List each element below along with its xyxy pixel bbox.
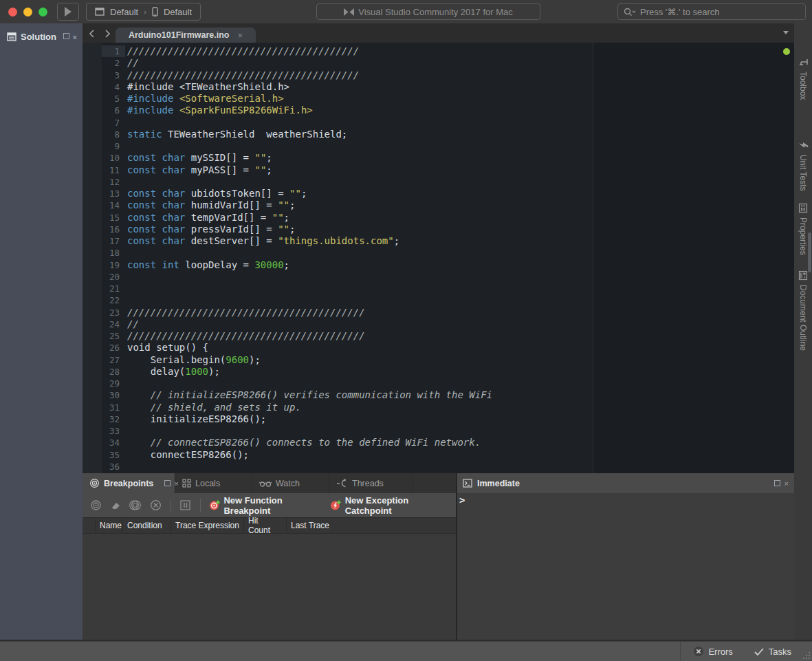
dock-icon[interactable]	[774, 480, 780, 486]
right-tab-toolbox[interactable]: Toolbox	[794, 58, 812, 100]
code-line[interactable]: 29	[83, 378, 784, 389]
code-line[interactable]: 26void setup() {	[83, 342, 784, 354]
dock-icon[interactable]	[63, 33, 69, 39]
code-line[interactable]: 20	[83, 271, 784, 283]
line-number: 31	[83, 402, 125, 413]
code-line[interactable]: 25//////////////////////////////////////…	[83, 330, 784, 342]
code-line[interactable]: 23//////////////////////////////////////…	[83, 307, 784, 318]
immediate-console[interactable]: >	[457, 493, 794, 640]
tab-list-dropdown-icon[interactable]	[783, 31, 789, 34]
code-line[interactable]: 36	[83, 461, 784, 473]
column-header-last-trace[interactable]: Last Trace	[286, 518, 340, 533]
code-line[interactable]: 34 // connectESP8266() connects to the d…	[83, 437, 784, 448]
line-number: 12	[83, 176, 125, 188]
code-line[interactable]: 24//	[83, 318, 784, 330]
code-line[interactable]: 15const char tempVarId[] = "";	[83, 212, 784, 224]
tasks-button[interactable]: Tasks	[754, 647, 791, 657]
new-exception-catchpoint-label: New Exception Catchpoint	[345, 495, 449, 516]
resize-grip[interactable]	[802, 651, 811, 660]
code-line[interactable]: 27 Serial.begin(9600);	[83, 354, 784, 366]
code-line[interactable]: 21	[83, 283, 784, 294]
disable-all-breakpoints-button[interactable]	[129, 499, 142, 511]
code-line[interactable]: 4#include <TEWeatherShield.h>	[83, 81, 784, 93]
code-line[interactable]: 14const char humidVarId[] = "";	[83, 199, 784, 211]
column-header-name[interactable]: Name	[95, 518, 122, 533]
code-line[interactable]: 35 connectESP8266();	[83, 449, 784, 461]
code-line[interactable]: 9	[83, 140, 784, 152]
code-text	[125, 283, 127, 294]
minimize-window-button[interactable]	[23, 8, 32, 17]
debug-pads-tabstrip: Breakpoints×LocalsWatchThreads	[83, 473, 456, 493]
column-header-trace-expression[interactable]: Trace Expression	[171, 518, 243, 533]
new-exception-catchpoint-button[interactable]: New Exception Catchpoint	[330, 495, 449, 516]
line-number: 18	[83, 247, 125, 259]
code-editor[interactable]: 1///////////////////////////////////////…	[83, 43, 794, 473]
code-line[interactable]: 33	[83, 425, 784, 437]
chevron-left-icon	[89, 30, 94, 38]
toolbox-icon	[799, 58, 808, 67]
code-line[interactable]: 11const char myPASS[] = "";	[83, 164, 784, 176]
code-text: Serial.begin(9600);	[125, 354, 261, 366]
code-line[interactable]: 3///////////////////////////////////////…	[83, 69, 784, 81]
close-tab-icon[interactable]: ×	[237, 30, 243, 41]
debug-tab-breakpoints[interactable]: Breakpoints×	[83, 473, 175, 493]
window-scrollbar-thumb[interactable]	[808, 232, 811, 272]
run-configuration-selector[interactable]: Default › Default	[86, 3, 201, 21]
code-line[interactable]: 1///////////////////////////////////////…	[83, 45, 784, 57]
line-number: 20	[83, 271, 125, 283]
debug-tab-locals[interactable]: Locals	[175, 473, 252, 493]
code-line[interactable]: 22	[83, 294, 784, 306]
immediate-prompt: >	[457, 493, 794, 506]
run-button[interactable]	[57, 3, 79, 21]
code-line[interactable]: 30 // initializeESP8266() verifies commu…	[83, 389, 784, 401]
code-line[interactable]: 32 initializeESP8266();	[83, 413, 784, 425]
right-tab-unit-tests[interactable]: Unit Tests	[794, 140, 812, 191]
debug-tab-label: Threads	[352, 479, 384, 488]
new-function-breakpoint-button[interactable]: New Function Breakpoint	[209, 495, 323, 516]
remove-all-breakpoints-button[interactable]	[149, 499, 162, 511]
close-pad-icon[interactable]: ×	[73, 33, 77, 41]
code-line[interactable]: 18	[83, 247, 784, 259]
code-line[interactable]: 17const char destServer[] = "things.ubid…	[83, 235, 784, 247]
code-line[interactable]: 2//	[83, 57, 784, 69]
search-placeholder: Press '⌘.' to search	[640, 7, 720, 17]
clear-breakpoint-button[interactable]	[109, 501, 122, 510]
column-header-hit-count[interactable]: Hit Count	[243, 518, 286, 533]
traffic-lights	[8, 8, 47, 17]
code-line[interactable]: 13const char ubidotsToken[] = "";	[83, 188, 784, 199]
columns-options-button[interactable]	[179, 500, 192, 510]
right-tab-document-outline[interactable]: Document Outline	[794, 271, 812, 351]
debug-tab-threads[interactable]: Threads	[329, 473, 413, 493]
dock-icon[interactable]	[164, 480, 171, 486]
immediate-icon	[463, 479, 472, 488]
code-text	[125, 425, 127, 437]
errors-button[interactable]: Errors	[693, 646, 732, 657]
code-line[interactable]: 7	[83, 117, 784, 129]
analysis-status-dot[interactable]	[783, 48, 790, 55]
app-window: Default › Default Visual Studio Communit…	[0, 0, 812, 661]
code-line[interactable]: 19const int loopDelay = 30000;	[83, 259, 784, 271]
code-text: ////////////////////////////////////////	[125, 69, 359, 81]
code-line[interactable]: 6#include <SparkFunESP8266WiFi.h>	[83, 105, 784, 116]
debug-tab-watch[interactable]: Watch	[252, 473, 329, 493]
code-line[interactable]: 12	[83, 176, 784, 188]
column-header-condition[interactable]: Condition	[122, 518, 171, 533]
close-pad-icon[interactable]: ×	[784, 479, 789, 488]
navigate-back-button[interactable]	[85, 28, 98, 40]
code-text: initializeESP8266();	[125, 413, 266, 425]
close-window-button[interactable]	[8, 8, 17, 17]
new-breakpoint-button[interactable]	[89, 499, 102, 511]
navigate-forward-button[interactable]	[102, 28, 114, 40]
code-line[interactable]: 10const char mySSID[] = "";	[83, 152, 784, 164]
code-line[interactable]: 5#include <SoftwareSerial.h>	[83, 93, 784, 105]
document-tab[interactable]: Arduino101Firmware.ino ×	[116, 28, 256, 43]
zoom-window-button[interactable]	[39, 8, 47, 17]
code-line[interactable]: 31 // shield, and sets it up.	[83, 402, 784, 413]
breakpoints-table-body[interactable]	[83, 534, 456, 640]
code-line[interactable]: 8static TEWeatherShield weatherShield;	[83, 129, 784, 140]
code-text	[125, 176, 127, 188]
code-line[interactable]: 28 delay(1000);	[83, 366, 784, 378]
code-line[interactable]: 16const char pressVarId[] = "";	[83, 224, 784, 235]
locals-icon	[182, 479, 191, 488]
global-search-input[interactable]: Press '⌘.' to search	[617, 3, 806, 20]
